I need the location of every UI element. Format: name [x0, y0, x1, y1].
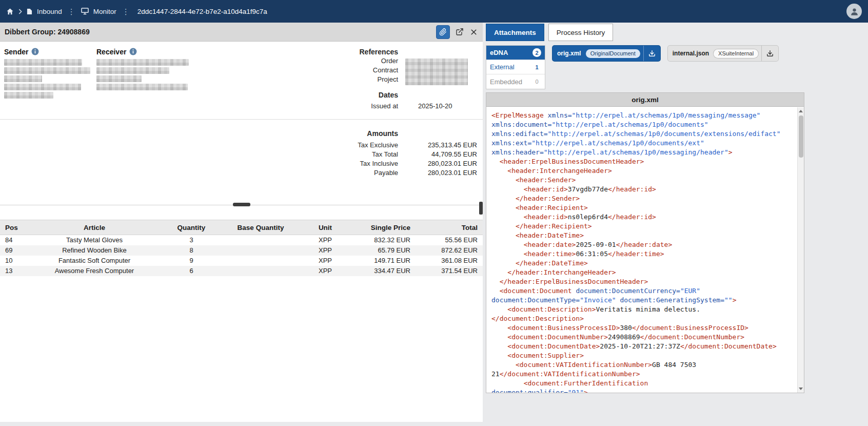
code-line: xmlns:header="http://erpel.at/schemas/1p… — [491, 148, 797, 157]
divider — [0, 119, 483, 120]
tab-bar: AttachmentsProcess History — [486, 24, 613, 41]
attachments-toggle-button[interactable] — [436, 25, 450, 39]
viewer-scrollbar[interactable] — [797, 107, 804, 393]
attachment-filename: internal.json — [668, 50, 714, 57]
count-badge: 2 — [532, 48, 541, 57]
code-line: <document:BusinessProcessID>380</documen… — [491, 323, 797, 333]
code-line: <document:Supplier> — [491, 351, 797, 360]
attachments-area: eDNA2External1Embedded0 orig.xmlOriginal… — [486, 45, 868, 92]
code-line: <ErpelMessage xmlns="http://erpel.at/sch… — [491, 111, 797, 120]
code-line: xmlns:edifact="http://erpel.at/schemas/1… — [491, 129, 797, 139]
amount-row: Tax Exclusive235,313.45 EUR — [287, 141, 477, 150]
redacted-text — [96, 67, 169, 74]
redacted-text — [96, 75, 142, 82]
redacted-text — [96, 59, 189, 66]
code-line: <header:Sender> — [491, 176, 797, 185]
amount-row: Tax Total44,709.55 EUR — [287, 150, 477, 159]
dates-title: Dates — [287, 90, 398, 100]
document-header: Dibbert Group: 24908869 — [0, 23, 483, 42]
info-icon[interactable] — [129, 48, 137, 55]
scroll-down-icon[interactable] — [798, 385, 804, 392]
file-icon — [27, 8, 32, 15]
amount-row: Payable280,023.01 EUR — [287, 168, 477, 178]
items-table-section: PosArticleQuantityBase QuantityUnitSingl… — [0, 220, 483, 276]
code-line: </document:Description> — [491, 314, 797, 323]
redacted-text — [4, 84, 81, 90]
home-icon[interactable] — [6, 8, 14, 15]
breadcrumb-monitor[interactable]: Monitor — [93, 8, 116, 15]
table-row[interactable]: 10Fantastic Soft Computer9XPP149.71 EUR3… — [0, 256, 483, 266]
vertical-splitter-handle[interactable] — [479, 202, 483, 215]
download-icon[interactable] — [643, 46, 660, 61]
reference-label: Contract — [287, 66, 398, 75]
references-title: References — [287, 47, 398, 56]
document-title: Dibbert Group: 24908869 — [5, 28, 90, 36]
source-item-external[interactable]: External1 — [486, 60, 545, 74]
open-external-icon[interactable] — [456, 28, 464, 36]
amounts-section: Amounts Tax Exclusive235,313.45 EURTax T… — [287, 129, 477, 178]
code-line: <document:DocumentDate>2025-10-20T21:27:… — [491, 342, 797, 351]
attachment-source-list: eDNA2External1Embedded0 — [486, 45, 545, 89]
count-badge: 0 — [532, 78, 541, 86]
attachment-chips: orig.xmlOriginalDocumentinternal.jsonXSu… — [553, 46, 778, 61]
code-line: <header:time>06:31:05</header:time> — [491, 249, 797, 259]
tab-process-history[interactable]: Process History — [548, 24, 614, 41]
code-line: </header:ErpelBusinessDocumentHeader> — [491, 277, 797, 286]
source-item-embedded[interactable]: Embedded0 — [486, 74, 545, 89]
attachment-filename: orig.xml — [553, 50, 586, 57]
code-line: <header:date>2025-09-01</header:date> — [491, 240, 797, 249]
references-section: References OrderContractProject Dates Is… — [287, 47, 477, 111]
redacted-text — [4, 75, 42, 82]
person-icon — [850, 7, 859, 16]
amounts-rows: Tax Exclusive235,313.45 EURTax Total44,7… — [287, 141, 477, 178]
breadcrumb-inbound[interactable]: Inbound — [37, 8, 62, 15]
code-line: <document:VATIdentificationNumber>GB 484… — [491, 360, 797, 370]
code-line: document:DocumentType="Invoice" document… — [491, 296, 797, 305]
attachments-panel: AttachmentsProcess History eDNA2External… — [486, 23, 868, 426]
amount-row: Tax Inclusive280,023.01 EUR — [287, 159, 477, 168]
attachment-chip-internal.json[interactable]: internal.jsonXSuiteInternal — [668, 46, 778, 61]
sender-section: Sender — [4, 48, 94, 100]
code-line: <document:Document document:DocumentCurr… — [491, 286, 797, 296]
viewer-title: orig.xml — [486, 93, 804, 107]
code-line: </header:DateTime> — [491, 259, 797, 268]
column-header: Base Quantity — [220, 220, 302, 235]
redacted-references — [405, 59, 468, 85]
column-header: Quantity — [163, 220, 220, 235]
receiver-section: Receiver — [96, 48, 194, 92]
horizontal-splitter-handle[interactable] — [233, 203, 250, 206]
inbound-menu-icon[interactable]: ⋮ — [67, 8, 76, 15]
source-item-edna[interactable]: eDNA2 — [486, 46, 545, 60]
count-badge: 1 — [532, 63, 541, 71]
scrollbar-thumb[interactable] — [799, 115, 803, 158]
code-line: <header:id>ns0lep6rd4</header:id> — [491, 212, 797, 222]
scroll-up-icon[interactable] — [798, 108, 804, 114]
table-row[interactable]: 69Refined Wooden Bike8XPP65.79 EUR872.62… — [0, 245, 483, 256]
column-header: Unit — [302, 220, 349, 235]
table-row[interactable]: 84Tasty Metal Gloves3XPP832.32 EUR55.56 … — [0, 235, 483, 245]
code-line: </header:InterchangeHeader> — [491, 268, 797, 277]
issued-at-label: Issued at — [287, 102, 398, 111]
items-table: PosArticleQuantityBase QuantityUnitSingl… — [0, 220, 483, 276]
table-row[interactable]: 13Awesome Fresh Computer6XPP334.47 EUR37… — [0, 266, 483, 276]
code-line: xmlns:document="http://erpel.at/schemas/… — [491, 120, 797, 129]
xml-viewer: orig.xml <ErpelMessage xmlns="http://erp… — [486, 92, 804, 393]
redacted-text — [96, 84, 188, 90]
info-icon[interactable] — [31, 48, 39, 55]
xml-code[interactable]: <ErpelMessage xmlns="http://erpel.at/sch… — [486, 107, 797, 393]
amounts-title: Amounts — [287, 129, 398, 138]
items-table-body: 84Tasty Metal Gloves3XPP832.32 EUR55.56 … — [0, 235, 483, 276]
column-header: Total — [416, 220, 483, 235]
breadcrumb-chevron-icon — [18, 9, 22, 14]
monitor-menu-icon[interactable]: ⋮ — [121, 8, 131, 15]
tab-attachments[interactable]: Attachments — [486, 24, 544, 41]
user-avatar[interactable] — [846, 4, 862, 19]
breadcrumb-document-id: 2ddc1447-2844-4e72-b7e2-a10d4a1f9c7a — [137, 8, 267, 15]
close-icon[interactable] — [469, 28, 478, 36]
download-icon[interactable] — [761, 46, 778, 61]
code-line: document:qualifier="91"> — [491, 388, 797, 393]
code-line: <document:DocumentNumber>24908869</docum… — [491, 333, 797, 342]
document-body: Sender Receiver References OrderContr — [0, 42, 483, 422]
attachment-chip-orig.xml[interactable]: orig.xmlOriginalDocument — [553, 46, 660, 61]
document-panel: Dibbert Group: 24908869 Sender — [0, 23, 483, 422]
